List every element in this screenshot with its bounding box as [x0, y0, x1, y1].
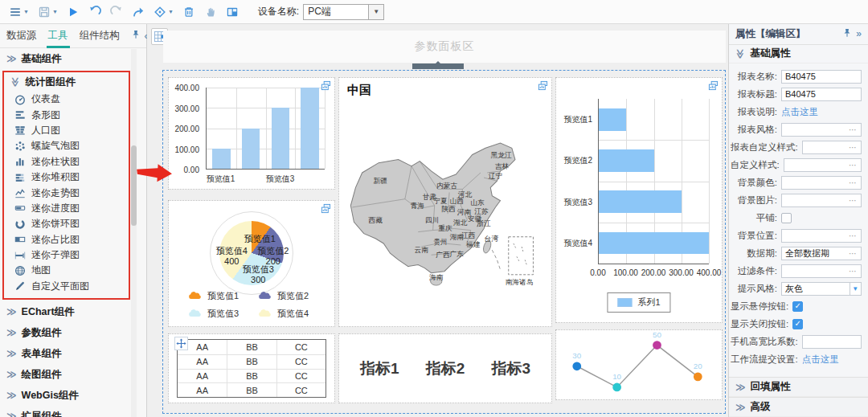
data-period-field[interactable]: 全部数据期⋯ [781, 247, 862, 260]
table-cell[interactable]: BB [227, 383, 276, 397]
pie-chart-widget[interactable]: 预览值1预览值4400预览值2200预览值3300 预览值1预览值2预览值3预览… [168, 200, 335, 327]
data-table-widget[interactable]: AABBCCAABBCCAABBCCAABBCC [168, 333, 335, 403]
ellipsis-button[interactable]: ⋯ [849, 267, 858, 276]
pin-icon[interactable] [842, 28, 852, 40]
component-item[interactable]: 迷你走势图 [4, 185, 129, 200]
legend-box[interactable]: 系列1 [607, 292, 670, 313]
section-绘图组件[interactable]: ≫绘图组件 [0, 364, 146, 385]
component-item[interactable]: 地图 [4, 263, 129, 278]
undo-button[interactable] [86, 2, 104, 22]
tile-checkbox[interactable] [781, 213, 792, 223]
table-cell[interactable]: CC [276, 340, 326, 354]
table-cell[interactable]: AA [178, 370, 227, 383]
select-value[interactable]: 灰色 [781, 282, 850, 296]
bar[interactable] [599, 190, 682, 213]
china-map[interactable]: 新疆西藏青海甘肃内蒙古宁夏陕西山西河北山东河南江苏安徽湖北四川重庆贵州云南湖南江… [339, 97, 553, 322]
ellipsis-button[interactable]: ⋯ [849, 196, 858, 205]
design-canvas[interactable]: 参数面板区 400.00300.00200.00100.000.00 预览值1预… [147, 24, 729, 417]
component-item[interactable]: 仪表盘 [4, 92, 129, 107]
china-map-widget[interactable]: 中国 新疆西藏青海甘肃内蒙古宁夏陕西山西河北山东河南江苏安徽湖北四川重庆贵州云南… [338, 77, 552, 327]
show-close-button-checkbox[interactable]: ✓ [792, 319, 803, 329]
section-basic-properties[interactable]: ≫ 基础属性 [729, 45, 868, 63]
delete-button[interactable] [180, 2, 198, 22]
component-item[interactable]: 迷你占比图 [4, 232, 129, 247]
section-扩展组件[interactable]: ≫扩展组件 [0, 406, 146, 417]
table-cell[interactable]: AA [178, 383, 227, 397]
section-高级[interactable]: ≫高级 [729, 397, 868, 417]
table-cell[interactable]: BB [227, 370, 276, 383]
bar[interactable] [301, 88, 319, 169]
background-color-field[interactable]: ⋯ [781, 176, 862, 190]
bar[interactable] [599, 108, 626, 131]
data-point[interactable] [572, 362, 581, 370]
background-position-field[interactable]: ⋯ [781, 229, 862, 243]
move-handle-icon[interactable] [174, 337, 188, 350]
bar[interactable] [242, 129, 260, 170]
section-回填属性[interactable]: ≫回填属性 [729, 377, 868, 397]
section-basic-components[interactable]: ≫ 基础组件 [0, 48, 146, 69]
component-item[interactable]: 自定义平面图 [4, 279, 129, 294]
show-hover-button-checkbox[interactable]: ✓ [792, 301, 803, 312]
legend-item[interactable]: 预览值1 [188, 290, 258, 302]
component-item[interactable]: 迷你饼环图 [4, 216, 129, 231]
panel-collapse-handle[interactable] [412, 63, 464, 69]
data-point[interactable] [612, 383, 621, 392]
select-arrow-icon[interactable]: ▼ [850, 282, 862, 296]
layout-button[interactable] [223, 2, 241, 22]
ellipsis-button[interactable]: ⋯ [849, 143, 858, 152]
mobile-aspect-ratio-field[interactable] [802, 335, 862, 349]
report-custom-style-field[interactable]: ⋯ [802, 141, 862, 154]
legend-item[interactable]: 预览值3 [188, 308, 258, 320]
tab-工具[interactable]: 工具 [48, 24, 68, 48]
component-item[interactable]: 迷你堆积图 [4, 170, 129, 185]
filter-condition-field[interactable]: ⋯ [781, 264, 862, 278]
legend-item[interactable]: 预览值2 [258, 290, 328, 302]
tab-组件结构[interactable]: 组件结构 [80, 24, 120, 48]
device-select-arrow[interactable]: ▼ [369, 4, 384, 20]
section-参数组件[interactable]: ≫参数组件 [0, 322, 146, 343]
ellipsis-button[interactable]: ⋯ [849, 125, 858, 134]
component-item[interactable]: 条形图 [4, 107, 129, 122]
bar[interactable] [212, 149, 231, 169]
table-cell[interactable]: AA [178, 355, 227, 369]
bar[interactable] [599, 149, 654, 172]
table-cell[interactable]: CC [276, 383, 326, 397]
workflow-submit-link[interactable]: 点击这里 [802, 354, 839, 366]
table-cell[interactable]: BB [227, 340, 276, 354]
indicator-widget[interactable]: 指标1指标2指标3 [338, 333, 552, 403]
parameter-panel-area[interactable]: 参数面板区 [163, 31, 726, 63]
table-cell[interactable]: CC [276, 355, 326, 369]
hbar-chart-widget[interactable]: 预览值1预览值2预览值3预览值4 0.00100.00200.00300.004… [555, 77, 723, 323]
component-item[interactable]: 迷你柱状图 [4, 154, 129, 170]
ellipsis-button[interactable]: ⋯ [849, 249, 858, 258]
widget-chart-table-icon[interactable] [708, 80, 719, 92]
device-select-value[interactable]: PC端 [303, 4, 369, 20]
widget-chart-table-icon[interactable] [538, 80, 549, 92]
component-item[interactable]: 迷你进度图 [4, 201, 129, 216]
pin-icon[interactable] [131, 30, 141, 42]
widget-chart-table-icon[interactable] [321, 80, 332, 92]
data-point[interactable] [653, 341, 661, 350]
report-name-field[interactable]: B40475 [781, 70, 862, 84]
background-image-field[interactable]: ⋯ [781, 194, 862, 207]
section-WebGis组件[interactable]: ≫WebGis组件 [0, 385, 146, 406]
ellipsis-button[interactable]: ⋯ [849, 161, 858, 170]
component-item[interactable]: 人口图 [4, 123, 129, 138]
bar[interactable] [599, 232, 709, 255]
scrollbar-thumb[interactable] [131, 145, 137, 226]
custom-style-field[interactable]: ⋯ [784, 158, 862, 172]
collapse-right-panel-icon[interactable]: » [856, 28, 862, 39]
trend-chart-widget[interactable]: 30105020 [555, 329, 723, 400]
tooltip-style-select[interactable]: 灰色▼ [781, 282, 862, 296]
run-button[interactable] [64, 2, 82, 22]
report-description-link[interactable]: 点击这里 [781, 106, 818, 118]
ellipsis-button[interactable]: ⋯ [849, 231, 858, 240]
column-chart-widget[interactable]: 400.00300.00200.00100.000.00 预览值1预览值3 [168, 77, 335, 190]
device-select[interactable]: PC端 ▼ [303, 4, 384, 20]
ellipsis-button[interactable]: ⋯ [849, 178, 858, 187]
hand-button[interactable] [202, 2, 219, 22]
table-cell[interactable]: BB [227, 355, 276, 369]
tab-数据源[interactable]: 数据源 [6, 24, 37, 48]
report-style-field[interactable]: ⋯ [781, 123, 862, 137]
section-EChart组件[interactable]: ≫EChart组件 [0, 301, 146, 322]
